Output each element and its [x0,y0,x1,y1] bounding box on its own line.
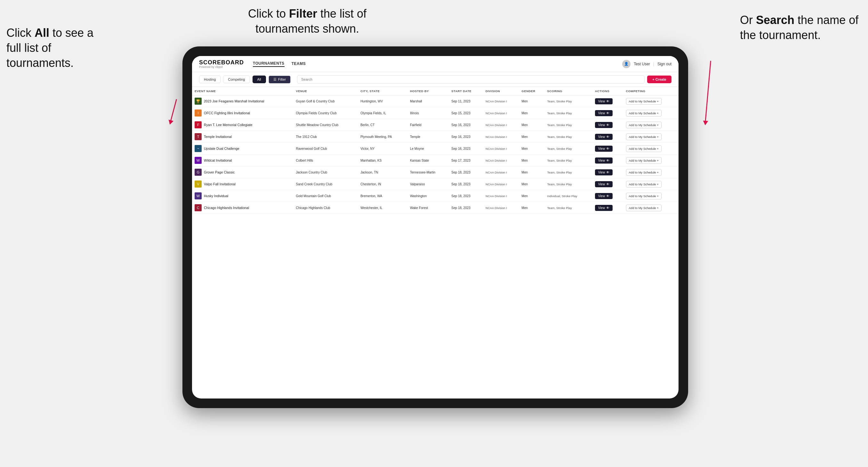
cell-competing-9: Add to My Schedule + [623,202,679,214]
search-input[interactable] [297,75,645,84]
eye-icon-2: 👁 [606,123,610,127]
col-actions: ACTIONS [592,87,623,95]
view-button-4[interactable]: View 👁 [595,146,613,152]
table-row: 🏆 2023 Joe Feaganes Marshall Invitationa… [192,95,679,107]
cell-scoring-3: Team, Stroke Play [545,131,592,143]
col-event-name: EVENT NAME [192,87,293,95]
cell-gender-9: Men [519,202,545,214]
event-name-5: Wildcat Invitational [204,158,232,162]
cell-event-5: W Wildcat Invitational [192,155,293,166]
add-schedule-button-6[interactable]: Add to My Schedule + [626,169,661,176]
cell-gender-2: Men [519,119,545,131]
table-row: F Ryan T. Lee Memorial Collegiate Shuttl… [192,119,679,131]
table-row: W Wildcat Invitational Colbert Hills Man… [192,155,679,166]
view-button-9[interactable]: View 👁 [595,205,613,211]
cell-scoring-0: Team, Stroke Play [545,95,592,107]
cell-event-2: F Ryan T. Lee Memorial Collegiate [192,119,293,131]
cell-competing-1: Add to My Schedule + [623,107,679,119]
view-button-8[interactable]: View 👁 [595,193,613,199]
table-header-row: EVENT NAME VENUE CITY, STATE HOSTED BY S… [192,87,679,95]
add-schedule-button-5[interactable]: Add to My Schedule + [626,157,661,164]
view-button-1[interactable]: View 👁 [595,110,613,116]
cell-gender-3: Men [519,131,545,143]
add-schedule-button-9[interactable]: Add to My Schedule + [626,205,661,211]
cell-event-0: 🏆 2023 Joe Feaganes Marshall Invitationa… [192,95,293,107]
team-logo-7: V [195,181,202,188]
view-button-2[interactable]: View 👁 [595,122,613,128]
team-logo-4: ~ [195,145,202,152]
add-schedule-button-0[interactable]: Add to My Schedule + [626,98,661,105]
table-row: C Chicago Highlands Invitational Chicago… [192,202,679,214]
cell-city-9: Westchester, IL [358,202,407,214]
cell-date-1: Sep 15, 2023 [449,107,483,119]
cell-event-3: T Temple Invitational [192,131,293,143]
view-label-1: View [598,112,605,115]
add-schedule-button-2[interactable]: Add to My Schedule + [626,122,661,128]
cell-gender-0: Men [519,95,545,107]
cell-hosted-0: Marshall [407,95,449,107]
tab-competing[interactable]: Competing [223,75,250,83]
tablet-screen: SCOREBOARD Powered by clippd TOURNAMENTS… [192,56,679,399]
signout-link[interactable]: Sign out [657,62,672,66]
cell-gender-8: Men [519,190,545,202]
eye-icon-4: 👁 [606,147,610,150]
team-logo-0: 🏆 [195,98,202,105]
cell-date-3: Sep 16, 2023 [449,131,483,143]
view-button-0[interactable]: View 👁 [595,98,613,104]
cell-scoring-8: Individual, Stroke Play [545,190,592,202]
cell-city-8: Bremerton, WA [358,190,407,202]
cell-hosted-4: Le Moyne [407,143,449,155]
table-row: W Husky Individual Gold Mountain Golf Cl… [192,190,679,202]
cell-venue-3: The 1912 Club [293,131,358,143]
tab-all[interactable]: All [252,75,266,83]
add-schedule-button-3[interactable]: Add to My Schedule + [626,133,661,140]
eye-icon-1: 👁 [606,112,610,115]
cell-city-7: Chesterton, IN [358,178,407,190]
add-schedule-button-8[interactable]: Add to My Schedule + [626,193,661,199]
col-hosted-by: HOSTED BY [407,87,449,95]
create-button[interactable]: + Create [647,75,672,83]
tab-hosting[interactable]: Hosting [199,75,220,83]
col-scoring: SCORING [545,87,592,95]
col-competing: COMPETING [623,87,679,95]
nav-teams[interactable]: TEAMS [291,61,306,67]
cell-venue-6: Jackson Country Club [293,166,358,178]
add-schedule-button-1[interactable]: Add to My Schedule + [626,110,661,117]
view-button-5[interactable]: View 👁 [595,157,613,163]
team-logo-6: G [195,169,202,176]
view-button-7[interactable]: View 👁 [595,181,613,187]
team-logo-8: W [195,192,202,199]
annotation-filter: Click to Filter the list oftournaments s… [218,6,397,36]
logo: SCOREBOARD Powered by clippd [199,59,244,68]
logo-text: SCOREBOARD [199,59,244,66]
cell-gender-5: Men [519,155,545,166]
cell-competing-5: Add to My Schedule + [623,155,679,166]
add-schedule-button-4[interactable]: Add to My Schedule + [626,145,661,152]
cell-date-0: Sep 11, 2023 [449,95,483,107]
cell-venue-5: Colbert Hills [293,155,358,166]
cell-actions-9: View 👁 [592,202,623,214]
view-label-9: View [598,206,605,210]
cell-venue-1: Olympia Fields Country Club [293,107,358,119]
view-button-3[interactable]: View 👁 [595,134,613,140]
view-button-6[interactable]: View 👁 [595,169,613,176]
nav-tournaments[interactable]: TOURNAMENTS [253,61,284,67]
filter-button[interactable]: ☰ Filter [269,75,290,84]
arrow-all [169,99,177,124]
cell-division-8: NCAA Division I [483,190,519,202]
cell-venue-4: Ravenwood Golf Club [293,143,358,155]
event-name-0: 2023 Joe Feaganes Marshall Invitational [204,99,265,103]
event-name-4: Upstate Dual Challenge [204,147,239,150]
cell-division-9: NCAA Division I [483,202,519,214]
cell-scoring-7: Team, Stroke Play [545,178,592,190]
cell-actions-4: View 👁 [592,143,623,155]
cell-hosted-2: Fairfield [407,119,449,131]
event-name-3: Temple Invitational [204,135,232,138]
app-header: SCOREBOARD Powered by clippd TOURNAMENTS… [192,56,679,72]
cell-event-7: V Valpo Fall Invitational [192,178,293,190]
eye-icon-0: 👁 [606,99,610,103]
cell-competing-8: Add to My Schedule + [623,190,679,202]
add-schedule-button-7[interactable]: Add to My Schedule + [626,181,661,188]
view-label-6: View [598,170,605,174]
cell-date-9: Sep 18, 2023 [449,202,483,214]
